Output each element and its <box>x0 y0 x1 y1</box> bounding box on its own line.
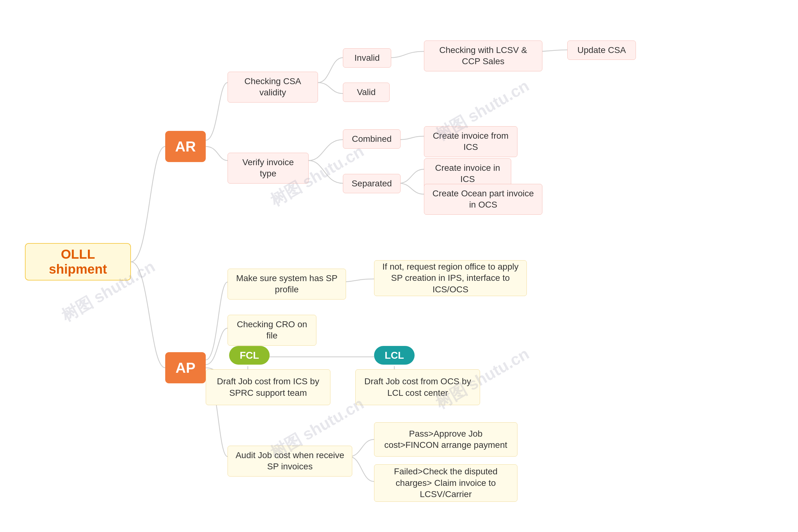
root-label: OLLL shipment <box>36 247 120 277</box>
ar-label: AR <box>175 138 196 155</box>
diagram: OLLL shipment AR AP Checking CSA validit… <box>0 0 798 532</box>
combined-label: Combined <box>352 133 392 145</box>
create-in-ics-label: Create invoice in ICS <box>431 163 505 185</box>
create-ocean-label: Create Ocean part invoice in OCS <box>431 188 536 211</box>
ap-node: AP <box>165 352 206 383</box>
draft-ocs-label: Draft Job cost from OCS by LCL cost cent… <box>362 376 474 399</box>
separated-label: Separated <box>352 178 392 189</box>
draft-ics-node: Draft Job cost from ICS by SPRC support … <box>206 369 330 405</box>
ap-label: AP <box>175 359 195 376</box>
create-from-ics-node: Create invoice from ICS <box>424 126 517 157</box>
checking-lcsv-node: Checking with LCSV & CCP Sales <box>424 40 543 71</box>
failed-check-node: Failed>Check the disputed charges> Claim… <box>374 464 517 502</box>
pass-approve-node: Pass>Approve Job cost>FINCON arrange pay… <box>374 422 517 457</box>
lcl-node: LCL <box>374 346 415 365</box>
combined-node: Combined <box>343 129 401 149</box>
if-not-label: If not, request region office to apply S… <box>381 261 520 295</box>
if-not-node: If not, request region office to apply S… <box>374 260 527 296</box>
root-node: OLLL shipment <box>25 243 131 281</box>
separated-node: Separated <box>343 174 401 193</box>
make-sure-sp-label: Make sure system has SP profile <box>234 273 340 296</box>
checking-csa-node: Checking CSA validity <box>228 72 318 102</box>
valid-label: Valid <box>357 87 376 98</box>
checking-cro-label: Checking CRO on file <box>234 319 310 342</box>
make-sure-sp-node: Make sure system has SP profile <box>228 269 346 300</box>
failed-check-label: Failed>Check the disputed charges> Claim… <box>381 466 511 500</box>
verify-invoice-label: Verify invoice type <box>234 157 302 179</box>
checking-cro-node: Checking CRO on file <box>228 315 317 346</box>
create-from-ics-label: Create invoice from ICS <box>431 130 511 153</box>
audit-sp-label: Audit Job cost when receive SP invoices <box>234 450 346 473</box>
fcl-node: FCL <box>229 346 270 365</box>
fcl-label: FCL <box>240 350 259 361</box>
update-csa-node: Update CSA <box>567 40 636 60</box>
pass-approve-label: Pass>Approve Job cost>FINCON arrange pay… <box>381 428 511 451</box>
invalid-node: Invalid <box>343 48 391 68</box>
invalid-label: Invalid <box>355 52 380 63</box>
update-csa-label: Update CSA <box>577 44 626 56</box>
create-ocean-node: Create Ocean part invoice in OCS <box>424 184 543 215</box>
lcl-label: LCL <box>385 350 404 361</box>
draft-ics-label: Draft Job cost from ICS by SPRC support … <box>212 376 324 399</box>
valid-node: Valid <box>343 82 390 102</box>
checking-lcsv-label: Checking with LCSV & CCP Sales <box>431 44 536 67</box>
verify-invoice-node: Verify invoice type <box>228 153 309 184</box>
audit-sp-node: Audit Job cost when receive SP invoices <box>228 446 352 476</box>
draft-ocs-node: Draft Job cost from OCS by LCL cost cent… <box>355 369 480 405</box>
checking-csa-label: Checking CSA validity <box>234 76 311 98</box>
ar-node: AR <box>165 131 206 162</box>
